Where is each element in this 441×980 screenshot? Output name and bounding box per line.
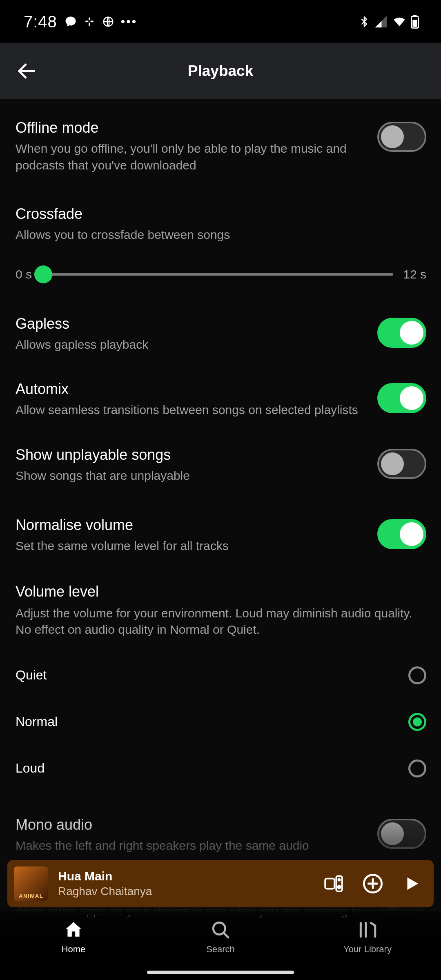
svg-rect-7	[412, 20, 417, 27]
setting-sub: Set the same volume level for all tracks	[16, 538, 366, 555]
globe-icon	[102, 16, 114, 28]
nav-label: Home	[62, 944, 86, 955]
slider-min-label: 0 s	[16, 267, 32, 281]
back-button[interactable]	[8, 53, 45, 89]
plus-circle-icon	[362, 873, 383, 894]
slider-max-label: 12 s	[403, 267, 426, 281]
volume-option-loud[interactable]: Loud	[16, 745, 426, 792]
gapless-toggle[interactable]	[377, 318, 426, 348]
play-button[interactable]	[401, 873, 423, 895]
nav-home[interactable]: Home	[33, 919, 114, 955]
status-system-icons	[359, 14, 419, 29]
setting-sub: Allow seamless transitions between songs…	[16, 402, 366, 419]
gesture-bar	[147, 971, 294, 974]
slider-thumb[interactable]	[34, 265, 52, 283]
setting-crossfade: Crossfade Allows you to crossfade betwee…	[16, 205, 426, 283]
show-unplayable-toggle[interactable]	[377, 449, 426, 479]
setting-title: Crossfade	[16, 205, 426, 223]
status-notification-icons: •••	[65, 16, 138, 28]
nav-label: Your Library	[343, 944, 392, 955]
setting-gapless[interactable]: Gapless Allows gapless playback	[16, 315, 426, 353]
album-art: ANIMAL	[14, 866, 48, 901]
add-to-playlist-button[interactable]	[362, 873, 384, 895]
crossfade-slider[interactable]	[42, 266, 393, 283]
svg-rect-2	[89, 17, 90, 20]
status-time: 7:48	[24, 13, 57, 31]
library-icon	[356, 919, 379, 941]
setting-offline-mode[interactable]: Offline mode When you go offline, you'll…	[16, 119, 426, 174]
section-sub: Adjust the volume for your environment. …	[16, 605, 426, 638]
svg-rect-0	[85, 21, 89, 22]
setting-title: Gapless	[16, 315, 366, 332]
arrow-left-icon	[16, 60, 38, 82]
search-icon	[209, 919, 232, 941]
nav-search[interactable]: Search	[180, 919, 261, 955]
setting-title: Offline mode	[16, 119, 366, 136]
crossfade-slider-row: 0 s 12 s	[16, 266, 426, 283]
chat-bubble-icon	[65, 16, 77, 28]
setting-sub: Allows you to crossfade between songs	[16, 227, 426, 243]
setting-sub: Show songs that are unplayable	[16, 468, 366, 484]
svg-point-11	[338, 879, 340, 881]
mono-toggle[interactable]	[377, 819, 426, 849]
offline-toggle[interactable]	[377, 122, 426, 152]
svg-point-10	[338, 886, 341, 889]
track-artist: Raghav Chaitanya	[58, 885, 313, 898]
setting-normalise-volume[interactable]: Normalise volume Set the same volume lev…	[16, 517, 426, 555]
setting-title: Normalise volume	[16, 517, 366, 534]
section-title: Volume level	[16, 583, 426, 600]
connect-devices-button[interactable]	[323, 873, 345, 895]
automix-toggle[interactable]	[377, 383, 426, 413]
wifi-icon	[392, 16, 407, 28]
radio-button[interactable]	[408, 666, 426, 684]
setting-title: Mono audio	[16, 816, 366, 833]
home-icon	[62, 919, 85, 941]
more-dots-icon: •••	[121, 16, 138, 28]
status-left: 7:48 •••	[24, 13, 137, 31]
track-title: Hua Main	[58, 869, 313, 883]
cell-signal-icon	[374, 15, 388, 29]
setting-sub: Makes the left and right speakers play t…	[16, 837, 366, 854]
setting-sub: Allows gapless playback	[16, 336, 366, 353]
setting-sub: When you go offline, you'll only be able…	[16, 140, 366, 174]
nav-label: Search	[206, 944, 235, 955]
now-playing-bar[interactable]: ANIMAL Hua Main Raghav Chaitanya	[7, 860, 434, 907]
svg-rect-1	[90, 21, 94, 22]
radio-label: Normal	[16, 714, 58, 729]
svg-rect-8	[325, 879, 334, 889]
bluetooth-icon	[359, 14, 370, 29]
setting-mono-audio[interactable]: Mono audio Makes the left and right spea…	[16, 816, 426, 854]
radio-button[interactable]	[408, 713, 426, 731]
play-icon	[403, 874, 421, 893]
header-bar: Playback	[0, 43, 441, 99]
bottom-nav: Home Search Your Library	[0, 911, 441, 980]
battery-icon	[411, 15, 419, 29]
settings-content: Offline mode When you go offline, you'll…	[0, 99, 441, 980]
normalise-toggle[interactable]	[377, 519, 426, 549]
radio-label: Loud	[16, 761, 45, 776]
page-title: Playback	[0, 62, 441, 80]
slack-icon	[83, 16, 96, 28]
setting-show-unplayable[interactable]: Show unplayable songs Show songs that ar…	[16, 446, 426, 484]
devices-icon	[323, 873, 344, 894]
setting-title: Show unplayable songs	[16, 446, 366, 463]
radio-button[interactable]	[408, 760, 426, 777]
setting-automix[interactable]: Automix Allow seamless transitions betwe…	[16, 381, 426, 419]
volume-option-quiet[interactable]: Quiet	[16, 652, 426, 699]
setting-volume-level-header: Volume level Adjust the volume for your …	[16, 583, 426, 638]
now-playing-text: Hua Main Raghav Chaitanya	[58, 869, 313, 898]
setting-title: Automix	[16, 381, 366, 398]
status-bar: 7:48 •••	[0, 0, 441, 43]
nav-library[interactable]: Your Library	[327, 919, 408, 955]
radio-label: Quiet	[16, 668, 47, 683]
svg-rect-3	[89, 23, 90, 26]
volume-option-normal[interactable]: Normal	[16, 699, 426, 745]
